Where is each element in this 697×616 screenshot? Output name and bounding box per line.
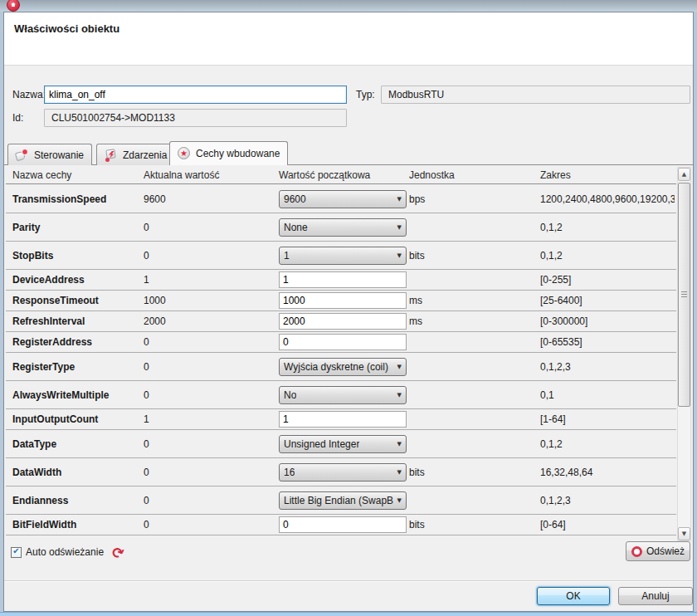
feature-current-value: 9600 [144,193,166,205]
feature-name: RegisterType [12,361,75,373]
feature-name: StopBits [12,250,53,262]
feature-range: 0,1,2,3 [540,495,675,506]
feature-name: BitFieldWidth [12,519,76,530]
combo-selected-value: 1 [284,250,290,262]
refresh-button-label: Odśwież [646,545,685,557]
feature-initial-select[interactable]: 1▼ [279,247,407,265]
feature-current-value: 1 [144,413,149,425]
feature-current-value: 0 [144,222,149,233]
chevron-down-icon: ▼ [397,497,402,504]
combo-selected-value: Wyjścia dyskretne (coil) [284,361,388,373]
feature-initial-select[interactable]: No▼ [279,386,407,404]
feature-range: 0,1,2 [540,250,675,262]
column-header-initial: Wartość początkowa [279,169,370,181]
feature-name: Parity [12,222,40,233]
column-header-current: Aktualna wartość [144,169,219,181]
feature-initial-input[interactable] [279,516,407,533]
feature-range: [1-64] [540,413,675,425]
ok-button-label: OK [566,590,580,602]
id-label: Id: [12,112,23,124]
chevron-down-icon: ▼ [397,392,402,398]
tab-sterowanie[interactable]: Sterowanie [7,144,92,165]
feature-unit: bits [409,467,425,478]
name-label: Nazwa: [12,89,46,100]
feature-name: DataWidth [12,467,61,478]
table-header-row: Nazwa cechy Aktualna wartość Wartość poc… [6,167,676,184]
table-row: BitFieldWidth0bits[0-64] [6,515,676,535]
name-input[interactable] [44,86,347,104]
chevron-down-icon: ▼ [397,196,402,203]
feature-unit: ms [409,295,422,306]
refresh-icon [631,546,642,557]
type-value-field: ModbusRTU [381,86,690,104]
refresh-spinner-icon: ↻ [107,543,128,562]
scroll-down-icon[interactable]: ▼ [678,527,690,540]
table-row: Endianness0Little Big Endian (SwapB▼0,1,… [6,486,676,515]
properties-window: Właściwości obiektu Nazwa: Typ: ModbusRT… [0,0,697,616]
feature-initial-input[interactable] [279,292,407,309]
feature-current-value: 1 [144,274,149,286]
tab-zdarzenia[interactable]: Zdarzenia [96,144,175,165]
column-header-range: Zakres [540,169,571,181]
table-row: RegisterType0Wyjścia dyskretne (coil)▼0,… [6,353,676,381]
combo-selected-value: Little Big Endian (SwapB [284,495,393,506]
tab-cechy-wbudowane[interactable]: ★ Cechy wbudowane [169,141,288,165]
chevron-down-icon: ▼ [397,224,402,231]
feature-name: ResponseTimeout [12,295,99,306]
tab-label: Cechy wbudowane [196,148,280,159]
table-row: AlwaysWriteMultiple0No▼0,1 [6,381,676,409]
feature-name: DeviceAddress [12,274,85,286]
hand-pointer-icon [16,149,29,162]
feature-initial-input[interactable] [279,313,407,330]
table-row: RegisterAddress0[0-65535] [6,332,676,353]
feature-name: TransmissionSpeed [12,193,106,205]
scrollbar-thumb[interactable] [678,183,690,407]
feature-name: RegisterAddress [12,336,92,348]
object-properties-dialog: Właściwości obiektu Nazwa: Typ: ModbusRT… [3,12,694,612]
feature-current-value: 0 [144,336,149,348]
combo-selected-value: Unsigned Integer [284,438,359,450]
refresh-button[interactable]: Odśwież [626,541,690,561]
feature-initial-select[interactable]: Unsigned Integer▼ [279,435,407,453]
feature-current-value: 0 [144,250,149,262]
event-flash-icon [105,149,118,162]
table-row: DataType0Unsigned Integer▼0,1,2 [6,430,676,458]
tab-label: Sterowanie [34,149,84,161]
column-header-name: Nazwa cechy [12,169,71,181]
feature-range: 1200,2400,4800,9600,19200,38400 [540,193,675,205]
chevron-down-icon: ▼ [397,364,402,370]
feature-initial-select[interactable]: None▼ [279,218,407,237]
feature-current-value: 0 [144,438,149,450]
id-value-field: CLU501002754->MOD1133 [44,109,347,127]
feature-unit: bits [409,519,425,530]
footer-divider [4,580,693,581]
feature-initial-input[interactable] [279,334,407,350]
table-row: InputOutputCount1[1-64] [6,409,676,430]
auto-refresh-checkbox[interactable]: ✔ [11,547,22,558]
feature-initial-select[interactable]: 9600▼ [279,190,407,208]
feature-name: Endianness [12,495,68,506]
feature-initial-select[interactable]: Wyjścia dyskretne (coil)▼ [279,358,407,376]
column-header-unit: Jednostka [409,169,455,181]
feature-initial-input[interactable] [279,271,407,288]
star-badge-icon: ★ [178,147,191,160]
table-row: DataWidth016▼bits16,32,48,64 [6,458,676,486]
feature-current-value: 0 [144,495,149,506]
auto-refresh-row: ✔ Auto odświeżanie ↻ [11,544,124,560]
table-row: Parity0None▼0,1,2 [6,213,676,242]
ok-button[interactable]: OK [537,587,610,605]
feature-current-value: 0 [144,389,149,401]
feature-initial-input[interactable] [279,411,407,428]
feature-initial-select[interactable]: Little Big Endian (SwapB▼ [279,491,407,510]
combo-selected-value: 9600 [284,193,306,205]
chevron-down-icon: ▼ [397,469,402,476]
scroll-up-icon[interactable]: ▲ [678,168,690,181]
combo-selected-value: None [284,222,308,233]
feature-unit: bps [409,193,425,205]
cancel-button[interactable]: Anuluj [618,587,693,605]
feature-initial-select[interactable]: 16▼ [279,463,407,482]
feature-range: 0,1,2 [540,222,675,233]
vertical-scrollbar[interactable]: ▲ ▼ [677,167,691,541]
feature-current-value: 0 [144,519,149,530]
dialog-header: Właściwości obiektu [4,12,693,66]
